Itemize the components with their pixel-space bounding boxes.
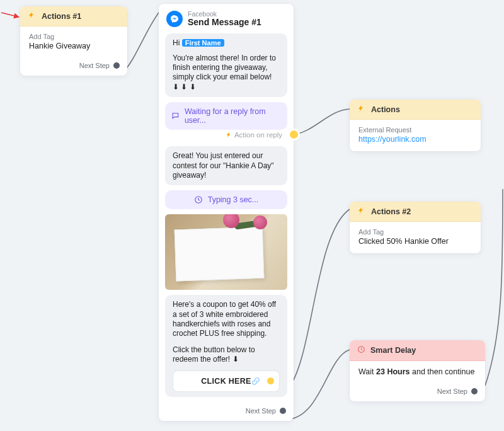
- smart-delay-header: Smart Delay: [350, 340, 485, 361]
- smart-delay-card[interactable]: Smart Delay Wait 23 Hours and then conti…: [350, 340, 485, 401]
- clock-icon: [194, 195, 203, 204]
- product-image: [165, 214, 287, 290]
- add-tag-label-2: Add Tag: [358, 228, 472, 236]
- actions-2-body: Add Tag Clicked 50% Hankie Offer: [350, 222, 481, 253]
- external-url-link[interactable]: https://yourlink.com: [358, 135, 427, 144]
- cta-output-port-icon[interactable]: [267, 377, 274, 384]
- messenger-icon: [166, 11, 183, 27]
- actions-2-header: Actions #2: [350, 202, 481, 222]
- actions-1-title: Actions #1: [42, 12, 81, 21]
- lightning-icon: [357, 105, 366, 114]
- delay-prefix: Wait: [358, 367, 376, 376]
- speech-bubble-icon: [171, 112, 180, 120]
- reply-output-port-icon[interactable]: [290, 130, 298, 139]
- waiting-text: Waiting for a reply from user...: [185, 107, 281, 125]
- send-message-next[interactable]: Next Step: [159, 399, 294, 421]
- delay-suffix: and then continue: [410, 367, 475, 376]
- actions-1-next[interactable]: Next Step: [20, 58, 127, 76]
- actions-ext-title: Actions: [371, 105, 400, 114]
- send-message-header: Facebook Send Message #1: [159, 4, 294, 31]
- actions-ext-card[interactable]: Actions External Request https://yourlin…: [350, 100, 481, 151]
- external-request-label: External Request: [358, 126, 472, 134]
- output-port-icon[interactable]: [471, 388, 478, 394]
- actions-1-header: Actions #1: [20, 6, 127, 26]
- delay-duration: 23 Hours: [376, 367, 410, 376]
- lightning-icon: [357, 207, 366, 216]
- actions-2-title: Actions #2: [371, 207, 411, 216]
- action-on-reply-label: Action on reply: [226, 131, 282, 139]
- next-step-label: Next Step: [246, 407, 276, 415]
- smart-delay-body: Wait 23 Hours and then continue: [350, 361, 485, 384]
- coupon-text: Here's a coupon to get 40% off a set of …: [173, 300, 276, 338]
- greeting-prefix: Hi: [173, 38, 182, 47]
- coupon-bubble: Here's a coupon to get 40% off a set of …: [165, 295, 287, 397]
- output-port-icon[interactable]: [113, 62, 120, 69]
- add-tag-label: Add Tag: [29, 33, 118, 40]
- lightning-icon: [226, 132, 232, 138]
- send-message-title: Send Message #1: [188, 18, 261, 27]
- waiting-for-reply-pill[interactable]: Waiting for a reply from user...: [165, 102, 287, 130]
- click-here-button[interactable]: CLICK HERE: [173, 371, 280, 392]
- actions-ext-body: External Request https://yourlink.com: [350, 120, 481, 151]
- confirmation-bubble: Great! You just entered our contest for …: [165, 146, 287, 185]
- smart-delay-next[interactable]: Next Step: [350, 384, 485, 401]
- clock-icon: [357, 345, 365, 355]
- send-message-card[interactable]: Facebook Send Message #1 Hi First Name Y…: [159, 4, 294, 421]
- typing-delay-pill[interactable]: Typing 3 sec...: [165, 190, 287, 209]
- next-step-label: Next Step: [79, 62, 110, 69]
- lightning-icon: [28, 11, 37, 21]
- first-name-pill[interactable]: First Name: [182, 39, 224, 47]
- coupon-text-2: Click the button below to redeem the off…: [173, 345, 255, 364]
- actions-2-card[interactable]: Actions #2 Add Tag Clicked 50% Hankie Of…: [350, 202, 481, 253]
- add-tag-value: Hankie Giveaway: [29, 42, 118, 50]
- actions-ext-header: Actions: [350, 100, 481, 120]
- add-tag-value-2: Clicked 50% Hankie Offer: [358, 237, 472, 246]
- svg-line-0: [1, 13, 19, 17]
- actions-1-body: Add Tag Hankie Giveaway: [20, 26, 127, 58]
- greeting-bubble: Hi First Name You're almost there! In or…: [165, 33, 287, 97]
- next-step-label: Next Step: [437, 388, 467, 395]
- smart-delay-title: Smart Delay: [370, 346, 416, 355]
- output-port-icon[interactable]: [280, 408, 286, 414]
- greeting-body: You're almost there! In order to finish …: [173, 54, 276, 91]
- link-icon: [251, 377, 260, 389]
- actions-1-card[interactable]: Actions #1 Add Tag Hankie Giveaway Next …: [20, 6, 127, 76]
- cta-label: CLICK HERE: [201, 377, 251, 386]
- typing-text: Typing 3 sec...: [208, 195, 259, 204]
